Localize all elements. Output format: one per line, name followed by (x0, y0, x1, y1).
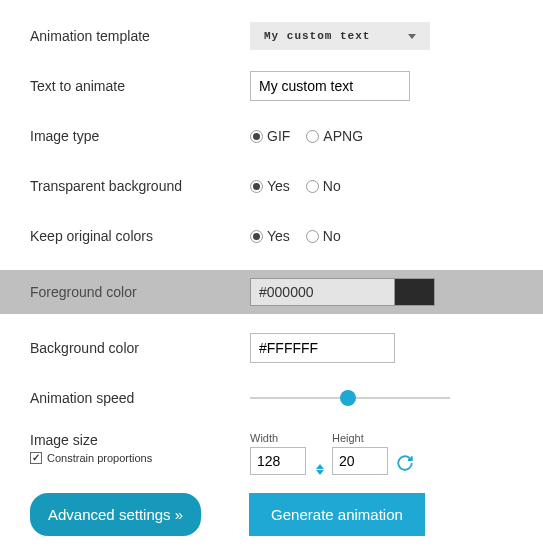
image-type-apng-radio[interactable]: APNG (306, 128, 363, 144)
keep-colors-label: Keep original colors (30, 228, 250, 244)
chevron-down-icon (408, 34, 416, 39)
checkbox-icon (30, 452, 42, 464)
radio-label: Yes (267, 178, 290, 194)
constrain-label: Constrain proportions (47, 452, 152, 464)
image-type-label: Image type (30, 128, 250, 144)
template-dropdown[interactable]: My custom text (250, 22, 430, 50)
radio-label: GIF (267, 128, 290, 144)
transparent-no-radio[interactable]: No (306, 178, 341, 194)
radio-label: Yes (267, 228, 290, 244)
speed-slider[interactable] (250, 388, 450, 408)
image-type-gif-radio[interactable]: GIF (250, 128, 290, 144)
radio-label: No (323, 178, 341, 194)
radio-icon (306, 230, 319, 243)
foreground-label: Foreground color (30, 284, 250, 300)
foreground-color-picker[interactable] (250, 278, 513, 306)
radio-icon (250, 130, 263, 143)
radio-label: APNG (323, 128, 363, 144)
advanced-settings-button[interactable]: Advanced settings » (30, 493, 201, 536)
slider-thumb[interactable] (340, 390, 356, 406)
template-label: Animation template (30, 28, 250, 44)
text-to-animate-input[interactable] (250, 71, 410, 101)
transparent-yes-radio[interactable]: Yes (250, 178, 290, 194)
foreground-input[interactable] (250, 278, 395, 306)
keep-colors-no-radio[interactable]: No (306, 228, 341, 244)
transparent-bg-label: Transparent background (30, 178, 250, 194)
generate-animation-button[interactable]: Generate animation (249, 493, 425, 536)
image-size-label: Image size (30, 432, 250, 448)
background-color-input[interactable] (250, 333, 395, 363)
keep-colors-yes-radio[interactable]: Yes (250, 228, 290, 244)
background-label: Background color (30, 340, 250, 356)
width-increase-icon[interactable] (316, 464, 324, 469)
radio-label: No (323, 228, 341, 244)
radio-icon (306, 180, 319, 193)
height-label: Height (332, 432, 388, 444)
foreground-row: Foreground color (0, 270, 543, 314)
height-input[interactable] (332, 447, 388, 475)
refresh-icon[interactable] (396, 454, 414, 475)
width-label: Width (250, 432, 306, 444)
template-value: My custom text (264, 30, 370, 42)
radio-icon (250, 230, 263, 243)
text-label: Text to animate (30, 78, 250, 94)
width-decrease-icon[interactable] (316, 470, 324, 475)
foreground-swatch[interactable] (395, 278, 435, 306)
radio-icon (306, 130, 319, 143)
width-input[interactable] (250, 447, 306, 475)
constrain-checkbox[interactable]: Constrain proportions (30, 452, 250, 464)
radio-icon (250, 180, 263, 193)
speed-label: Animation speed (30, 390, 250, 406)
